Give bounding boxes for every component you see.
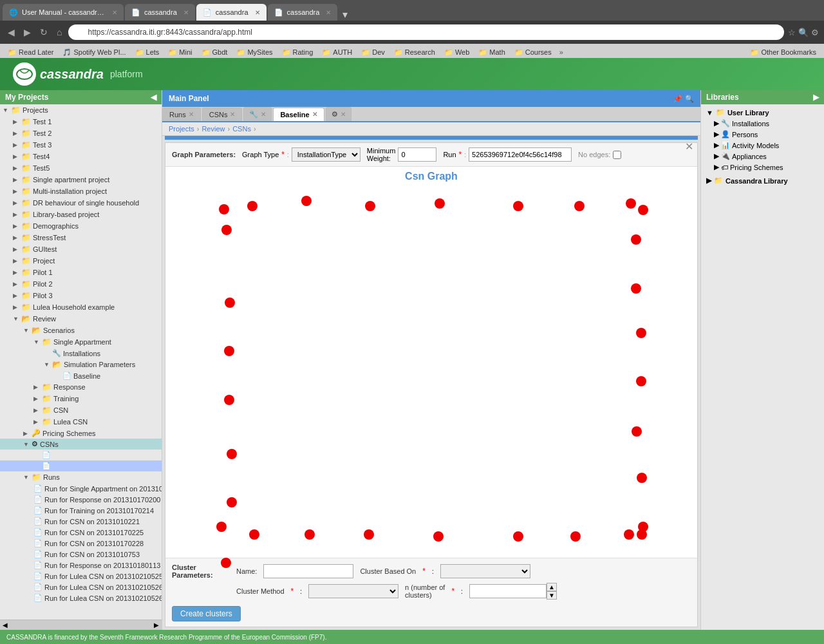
reload-button[interactable]: ↻ [37, 26, 50, 39]
tree-item-test2[interactable]: ▶ 📁 Test 2 [0, 128, 162, 139]
tree-item-response[interactable]: ▶ 📁 Response [0, 381, 162, 393]
bookmark-gbdt[interactable]: 📁 Gbdt [198, 47, 232, 58]
tree-item-run5[interactable]: 📄 Run for CSN on 201310170225 [0, 527, 162, 538]
rt-activity-models[interactable]: ▶ 📊 Activity Models [704, 140, 821, 151]
bookmark-read-later[interactable]: 📁 Read Later [4, 47, 57, 58]
tab-close-2[interactable]: ✕ [183, 9, 189, 16]
rt-cassandra-library-header[interactable]: ▶ 📁 Cassandra Library [704, 175, 821, 186]
tree-item-single-apt[interactable]: ▶ 📁 Single apartment project [0, 174, 162, 185]
tree-item-project[interactable]: ▶ 📁 Project [0, 255, 162, 267]
bookmark-star-icon[interactable]: ☆ [788, 28, 796, 37]
right-sidebar-collapse-icon[interactable]: ▶ [813, 93, 819, 102]
bookmark-dev[interactable]: 📁 Dev [357, 47, 389, 58]
bookmark-other[interactable]: 📁 Other Bookmarks [746, 47, 820, 58]
tree-item-demographics[interactable]: ▶ 📁 Demographics [0, 220, 162, 232]
graph-dot-12[interactable] [224, 395, 234, 405]
graph-dot-2[interactable] [301, 196, 312, 206]
sidebar-collapse-icon[interactable]: ◀ [151, 93, 156, 102]
bookmark-auth[interactable]: 📁 AUTH [318, 47, 356, 58]
tree-item-dr[interactable]: ▶ 📁 DR behaviour of single household [0, 197, 162, 209]
bookmark-courses[interactable]: 📁 Courses [510, 47, 556, 58]
tree-item-lib[interactable]: ▶ 📁 Library-based project [0, 209, 162, 220]
graph-dot-31[interactable] [638, 522, 648, 532]
cluster-method-select[interactable] [308, 584, 398, 598]
tree-item-runs[interactable]: ▼ 📁 Runs [0, 471, 162, 483]
tab-close-4[interactable]: ✕ [326, 9, 331, 16]
bc-projects[interactable]: Projects [169, 125, 194, 133]
new-tab-button[interactable]: ▾ [339, 8, 351, 21]
n-down-button[interactable]: ▼ [547, 591, 557, 600]
tree-item-training[interactable]: ▶ 📁 Training [0, 393, 162, 404]
run-input[interactable] [469, 147, 572, 162]
tree-item-test5[interactable]: ▶ 📁 Test5 [0, 162, 162, 174]
graph-dot-4[interactable] [435, 198, 445, 209]
tree-item-run11[interactable]: 📄 Run for Lulea CSN on 201310210526 [0, 592, 162, 603]
bookmark-rating[interactable]: 📁 Rating [278, 47, 317, 58]
bookmark-web[interactable]: 📁 Web [440, 47, 473, 58]
tab-runs[interactable]: Runs ✕ [162, 108, 201, 121]
rt-installations[interactable]: ▶ 🔧 Installations [704, 118, 821, 129]
graph-dot-20[interactable] [632, 426, 642, 437]
tree-item-csn[interactable]: ▶ 📁 CSN [0, 404, 162, 416]
tree-item-run4[interactable]: 📄 Run for CSN on 20131010221 [0, 516, 162, 527]
graph-dot-13[interactable] [227, 449, 237, 459]
tree-item-run10[interactable]: 📄 Run for Lulea CSN on 201310210526 [0, 582, 162, 592]
rt-pricing[interactable]: ▶ 🏷 Pricing Schemes [704, 162, 821, 173]
tree-item-review[interactable]: ▼ 📂 Review [0, 313, 162, 325]
bc-review[interactable]: Review [201, 125, 225, 133]
graph-dot-5[interactable] [513, 201, 523, 211]
tree-item-test3[interactable]: ▶ 📁 Test 3 [0, 139, 162, 151]
cluster-based-on-select[interactable] [440, 564, 530, 578]
tree-item-stress[interactable]: ▶ 📁 StressTest [0, 232, 162, 243]
rt-user-library-header[interactable]: ▼ 📁 User Library [704, 107, 821, 118]
tree-item-run1[interactable]: 📄 Run for Single Appartment on 20131017 [0, 483, 162, 494]
graph-dot-14[interactable] [227, 497, 237, 507]
tab-close-gear[interactable]: ✕ [341, 111, 346, 118]
tab-close-3[interactable]: ✕ [255, 9, 260, 16]
tree-item-csns[interactable]: ▼ ⚙ CSNs [0, 439, 162, 450]
panel-search-icon[interactable]: 🔍 [685, 95, 694, 103]
rt-appliances[interactable]: ▶ 🔌 Appliances [704, 151, 821, 162]
tools-icon[interactable]: ⚙ [811, 28, 819, 37]
forward-button[interactable]: ▶ [21, 26, 33, 39]
tree-item-run7[interactable]: 📄 Run for CSN on 20131010753 [0, 549, 162, 560]
graph-dot-21[interactable] [637, 473, 647, 483]
back-button[interactable]: ◀ [5, 26, 17, 39]
tree-item-lulea-csn[interactable]: ▶ 📁 Lulea CSN [0, 416, 162, 428]
graph-dot-22[interactable] [216, 522, 227, 532]
tree-item-test4[interactable]: ▶ 📁 Test4 [0, 151, 162, 162]
graph-dot-1[interactable] [247, 201, 258, 211]
tab-close-1[interactable]: ✕ [112, 9, 117, 16]
graph-dot-9[interactable] [221, 225, 232, 235]
tree-item-guitest[interactable]: ▶ 📁 GUItest [0, 243, 162, 255]
tree-item-lulea-hh[interactable]: ▶ 📁 Lulea Household example [0, 301, 162, 313]
home-button[interactable]: ⌂ [54, 26, 64, 39]
n-up-button[interactable]: ▲ [547, 583, 557, 591]
search-icon[interactable]: 🔍 [798, 28, 809, 37]
graph-dot-0[interactable] [219, 204, 229, 214]
create-clusters-button[interactable]: Create clusters [172, 606, 241, 621]
graph-dot-11[interactable] [224, 346, 234, 356]
graph-type-select[interactable]: InstallationType [292, 147, 360, 162]
tree-item-csn-file2[interactable]: 📄 [0, 460, 162, 471]
address-input[interactable] [68, 24, 784, 40]
bookmark-lets[interactable]: 📁 Lets [131, 47, 164, 58]
tree-item-sim-params[interactable]: ▼ 📂 Simulation Parameters [0, 359, 162, 370]
browser-tab-3[interactable]: 📄 cassandra ✕ [196, 4, 267, 21]
tab-gear[interactable]: ⚙ ✕ [326, 107, 351, 121]
panel-collapse-icon[interactable]: 📌 [673, 95, 682, 103]
tab-close-baseline[interactable]: ✕ [312, 111, 317, 118]
tab-csns[interactable]: CSNs ✕ [202, 108, 243, 121]
tree-item-installations[interactable]: 🔧 Installations [0, 348, 162, 359]
graph-dot-16[interactable] [631, 234, 641, 245]
graph-dot-26[interactable] [433, 531, 444, 542]
sidebar-scroll-left[interactable]: ◀ [3, 621, 8, 629]
n-clusters-input[interactable] [469, 584, 547, 598]
tree-item-run9[interactable]: 📄 Run for Lulea CSN on 201310210525 [0, 571, 162, 582]
cluster-name-input[interactable] [263, 564, 353, 578]
graph-dot-28[interactable] [570, 531, 581, 542]
rt-persons[interactable]: ▶ 👤 Persons [704, 129, 821, 140]
tree-item-pilot2[interactable]: ▶ 📁 Pilot 2 [0, 278, 162, 290]
tree-item-multi[interactable]: ▶ 📁 Multi-installation project [0, 185, 162, 197]
browser-tab-4[interactable]: 📄 cassandra ✕ [268, 4, 338, 21]
